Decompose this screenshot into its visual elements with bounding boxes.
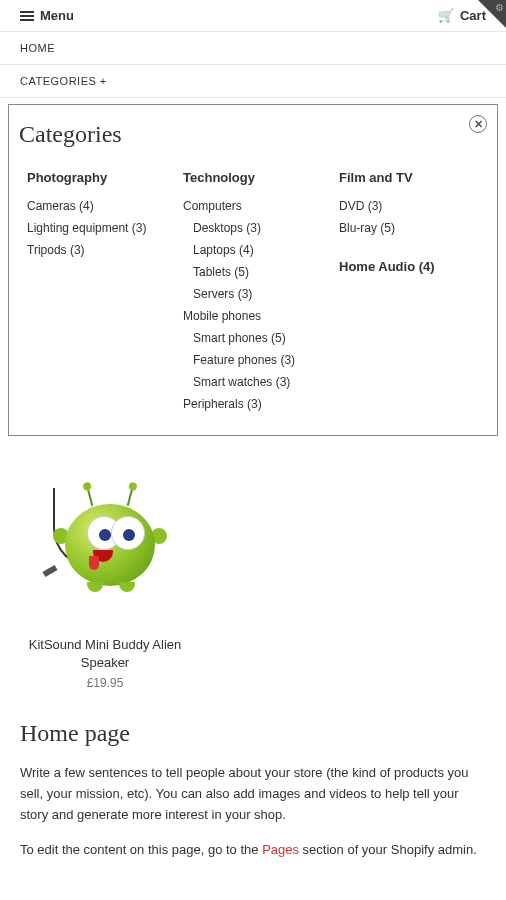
- cart-icon: 🛒: [438, 8, 454, 23]
- home-section: Home page Write a few sentences to tell …: [0, 720, 506, 900]
- cat-link-dvd[interactable]: DVD (3): [339, 195, 479, 217]
- cat-link-smartwatches[interactable]: Smart watches (3): [183, 371, 323, 393]
- cat-link-servers[interactable]: Servers (3): [183, 283, 323, 305]
- cat-link-laptops[interactable]: Laptops (4): [183, 239, 323, 261]
- product-card[interactable]: KitSound Mini Buddy Alien Speaker £19.95: [20, 466, 190, 690]
- product-title: KitSound Mini Buddy Alien Speaker: [20, 636, 190, 672]
- cat-link-tripods[interactable]: Tripods (3): [27, 239, 167, 261]
- pages-link[interactable]: Pages: [262, 842, 299, 857]
- categories-panel: ✕ Categories Photography Cameras (4) Lig…: [8, 104, 498, 436]
- product-image: [25, 466, 185, 626]
- col-heading-homeaudio[interactable]: Home Audio (4): [339, 259, 479, 274]
- close-icon[interactable]: ✕: [469, 115, 487, 133]
- cat-link-featurephones[interactable]: Feature phones (3): [183, 349, 323, 371]
- cat-link-tablets[interactable]: Tablets (5): [183, 261, 323, 283]
- menu-label: Menu: [40, 8, 74, 23]
- hamburger-icon: [20, 9, 34, 23]
- cat-link-bluray[interactable]: Blu-ray (5): [339, 217, 479, 239]
- breadcrumb[interactable]: HOME: [0, 32, 506, 65]
- categories-toggle[interactable]: CATEGORIES +: [0, 65, 506, 98]
- col-heading[interactable]: Photography: [27, 170, 167, 185]
- topbar: Menu 🛒 Cart ⚙: [0, 0, 506, 32]
- page-title: Home page: [20, 720, 486, 747]
- category-col-photography: Photography Cameras (4) Lighting equipme…: [19, 164, 175, 415]
- menu-button[interactable]: Menu: [20, 8, 74, 23]
- category-col-technology: Technology Computers Desktops (3) Laptop…: [175, 164, 331, 415]
- cat-link-smartphones[interactable]: Smart phones (5): [183, 327, 323, 349]
- categories-title: Categories: [19, 121, 487, 148]
- categories-columns: Photography Cameras (4) Lighting equipme…: [19, 164, 487, 415]
- cat-link-cameras[interactable]: Cameras (4): [27, 195, 167, 217]
- home-paragraph-1: Write a few sentences to tell people abo…: [20, 763, 486, 825]
- cat-link-mobile[interactable]: Mobile phones: [183, 305, 323, 327]
- home-paragraph-2: To edit the content on this page, go to …: [20, 840, 486, 861]
- cat-link-lighting[interactable]: Lighting equipment (3): [27, 217, 167, 239]
- cat-link-desktops[interactable]: Desktops (3): [183, 217, 323, 239]
- cat-link-computers[interactable]: Computers: [183, 195, 323, 217]
- gear-icon: ⚙: [495, 2, 504, 13]
- category-col-filmtv: Film and TV DVD (3) Blu-ray (5) Home Aud…: [331, 164, 487, 415]
- product-price: £19.95: [20, 676, 190, 690]
- col-heading[interactable]: Film and TV: [339, 170, 479, 185]
- col-heading[interactable]: Technology: [183, 170, 323, 185]
- cat-link-peripherals[interactable]: Peripherals (3): [183, 393, 323, 415]
